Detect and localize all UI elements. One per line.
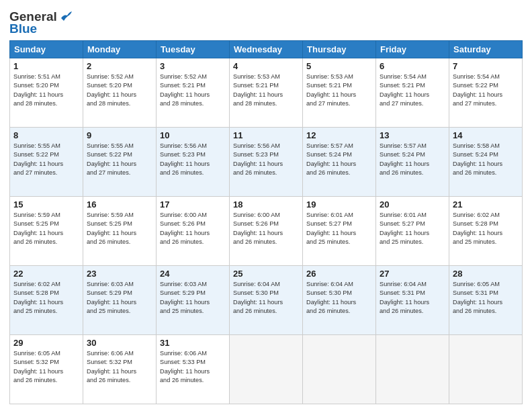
day-number: 18 (233, 199, 299, 210)
day-info: Sunrise: 6:05 AMSunset: 5:31 PMDaylight:… (453, 281, 502, 314)
day-info: Sunrise: 5:54 AMSunset: 5:21 PMDaylight:… (380, 73, 429, 107)
day-number: 19 (306, 199, 372, 210)
day-info: Sunrise: 5:56 AMSunset: 5:23 PMDaylight:… (160, 142, 210, 176)
day-number: 28 (453, 269, 519, 279)
calendar-cell: 2Sunrise: 5:52 AMSunset: 5:20 PMDaylight… (83, 58, 157, 128)
page: General Blue SundayMondayTuesdayWednesda… (0, 0, 532, 411)
day-number: 1 (13, 61, 79, 71)
day-info: Sunrise: 5:51 AMSunset: 5:20 PMDaylight:… (13, 73, 63, 107)
calendar-cell (376, 335, 449, 404)
calendar-cell: 17Sunrise: 6:00 AMSunset: 5:26 PMDayligh… (157, 197, 230, 266)
calendar-cell: 20Sunrise: 6:01 AMSunset: 5:27 PMDayligh… (376, 197, 449, 266)
calendar-cell: 19Sunrise: 6:01 AMSunset: 5:27 PMDayligh… (303, 197, 376, 266)
day-info: Sunrise: 5:59 AMSunset: 5:25 PMDaylight:… (87, 212, 136, 245)
day-info: Sunrise: 6:04 AMSunset: 5:30 PMDaylight:… (233, 281, 283, 314)
calendar-cell: 7Sunrise: 5:54 AMSunset: 5:22 PMDaylight… (449, 58, 523, 128)
day-number: 14 (453, 130, 519, 140)
calendar-cell: 26Sunrise: 6:04 AMSunset: 5:30 PMDayligh… (303, 266, 376, 335)
day-number: 16 (87, 199, 152, 210)
day-number: 8 (13, 130, 79, 140)
calendar-week-3: 15Sunrise: 5:59 AMSunset: 5:25 PMDayligh… (10, 197, 523, 266)
day-number: 23 (87, 269, 152, 279)
day-info: Sunrise: 5:54 AMSunset: 5:22 PMDaylight:… (453, 73, 502, 107)
day-info: Sunrise: 5:55 AMSunset: 5:22 PMDaylight:… (13, 142, 63, 176)
day-info: Sunrise: 6:04 AMSunset: 5:30 PMDaylight:… (306, 281, 356, 314)
calendar-cell (230, 335, 303, 404)
calendar-cell: 31Sunrise: 6:06 AMSunset: 5:33 PMDayligh… (157, 335, 230, 404)
calendar-header-row: SundayMondayTuesdayWednesdayThursdayFrid… (10, 41, 523, 58)
calendar-week-1: 1Sunrise: 5:51 AMSunset: 5:20 PMDaylight… (10, 58, 523, 128)
day-number: 4 (233, 61, 299, 71)
calendar-cell (303, 335, 376, 404)
day-info: Sunrise: 6:05 AMSunset: 5:32 PMDaylight:… (13, 350, 63, 383)
calendar-table: SundayMondayTuesdayWednesdayThursdayFrid… (9, 40, 523, 404)
calendar-cell: 25Sunrise: 6:04 AMSunset: 5:30 PMDayligh… (230, 266, 303, 335)
day-info: Sunrise: 5:57 AMSunset: 5:24 PMDaylight:… (380, 142, 429, 176)
day-number: 11 (233, 130, 299, 140)
day-number: 22 (13, 269, 79, 279)
calendar-cell: 3Sunrise: 5:52 AMSunset: 5:21 PMDaylight… (157, 58, 230, 128)
day-info: Sunrise: 5:53 AMSunset: 5:21 PMDaylight:… (306, 73, 356, 107)
day-info: Sunrise: 5:52 AMSunset: 5:20 PMDaylight:… (87, 73, 136, 107)
day-info: Sunrise: 5:56 AMSunset: 5:23 PMDaylight:… (233, 142, 283, 176)
day-info: Sunrise: 5:55 AMSunset: 5:22 PMDaylight:… (87, 142, 136, 176)
day-number: 21 (453, 199, 519, 210)
calendar-cell: 14Sunrise: 5:58 AMSunset: 5:24 PMDayligh… (449, 128, 523, 197)
day-info: Sunrise: 5:53 AMSunset: 5:21 PMDaylight:… (233, 73, 283, 107)
day-number: 27 (380, 269, 445, 279)
header: General Blue (9, 7, 523, 36)
col-header-tuesday: Tuesday (157, 41, 230, 58)
day-number: 3 (160, 61, 226, 71)
calendar-cell: 21Sunrise: 6:02 AMSunset: 5:28 PMDayligh… (449, 197, 523, 266)
day-number: 2 (87, 61, 152, 71)
day-info: Sunrise: 6:04 AMSunset: 5:31 PMDaylight:… (380, 281, 429, 314)
calendar-cell: 4Sunrise: 5:53 AMSunset: 5:21 PMDaylight… (230, 58, 303, 128)
day-number: 31 (160, 338, 226, 348)
calendar-cell: 8Sunrise: 5:55 AMSunset: 5:22 PMDaylight… (10, 128, 83, 197)
day-number: 17 (160, 199, 226, 210)
calendar-week-2: 8Sunrise: 5:55 AMSunset: 5:22 PMDaylight… (10, 128, 523, 197)
logo: General Blue (9, 7, 73, 36)
day-number: 29 (13, 338, 79, 348)
calendar-cell (449, 335, 523, 404)
day-number: 26 (306, 269, 372, 279)
calendar-cell: 15Sunrise: 5:59 AMSunset: 5:25 PMDayligh… (10, 197, 83, 266)
logo-bird-icon (58, 9, 73, 24)
col-header-thursday: Thursday (303, 41, 376, 58)
day-info: Sunrise: 6:06 AMSunset: 5:32 PMDaylight:… (87, 350, 136, 383)
day-number: 10 (160, 130, 226, 140)
day-info: Sunrise: 6:02 AMSunset: 5:28 PMDaylight:… (13, 281, 63, 314)
day-number: 30 (87, 338, 152, 348)
day-number: 13 (380, 130, 445, 140)
calendar-cell: 13Sunrise: 5:57 AMSunset: 5:24 PMDayligh… (376, 128, 449, 197)
day-info: Sunrise: 6:02 AMSunset: 5:28 PMDaylight:… (453, 212, 502, 245)
calendar-cell: 29Sunrise: 6:05 AMSunset: 5:32 PMDayligh… (10, 335, 83, 404)
calendar-cell: 18Sunrise: 6:00 AMSunset: 5:26 PMDayligh… (230, 197, 303, 266)
calendar-cell: 1Sunrise: 5:51 AMSunset: 5:20 PMDaylight… (10, 58, 83, 128)
col-header-monday: Monday (83, 41, 157, 58)
day-info: Sunrise: 6:01 AMSunset: 5:27 PMDaylight:… (306, 212, 356, 245)
calendar-cell: 23Sunrise: 6:03 AMSunset: 5:29 PMDayligh… (83, 266, 157, 335)
calendar-cell: 22Sunrise: 6:02 AMSunset: 5:28 PMDayligh… (10, 266, 83, 335)
col-header-friday: Friday (376, 41, 449, 58)
day-number: 25 (233, 269, 299, 279)
day-info: Sunrise: 6:03 AMSunset: 5:29 PMDaylight:… (160, 281, 210, 314)
day-number: 9 (87, 130, 152, 140)
day-info: Sunrise: 6:00 AMSunset: 5:26 PMDaylight:… (160, 212, 210, 245)
calendar-week-4: 22Sunrise: 6:02 AMSunset: 5:28 PMDayligh… (10, 266, 523, 335)
day-number: 12 (306, 130, 372, 140)
day-info: Sunrise: 6:01 AMSunset: 5:27 PMDaylight:… (380, 212, 429, 245)
calendar-cell: 27Sunrise: 6:04 AMSunset: 5:31 PMDayligh… (376, 266, 449, 335)
day-info: Sunrise: 6:03 AMSunset: 5:29 PMDaylight:… (87, 281, 136, 314)
day-info: Sunrise: 6:00 AMSunset: 5:26 PMDaylight:… (233, 212, 283, 245)
day-info: Sunrise: 5:58 AMSunset: 5:24 PMDaylight:… (453, 142, 502, 176)
calendar-cell: 9Sunrise: 5:55 AMSunset: 5:22 PMDaylight… (83, 128, 157, 197)
day-number: 6 (380, 61, 445, 71)
calendar-cell: 5Sunrise: 5:53 AMSunset: 5:21 PMDaylight… (303, 58, 376, 128)
day-info: Sunrise: 5:52 AMSunset: 5:21 PMDaylight:… (160, 73, 210, 107)
col-header-wednesday: Wednesday (230, 41, 303, 58)
day-number: 24 (160, 269, 226, 279)
calendar-cell: 28Sunrise: 6:05 AMSunset: 5:31 PMDayligh… (449, 266, 523, 335)
calendar-cell: 12Sunrise: 5:57 AMSunset: 5:24 PMDayligh… (303, 128, 376, 197)
calendar-cell: 6Sunrise: 5:54 AMSunset: 5:21 PMDaylight… (376, 58, 449, 128)
